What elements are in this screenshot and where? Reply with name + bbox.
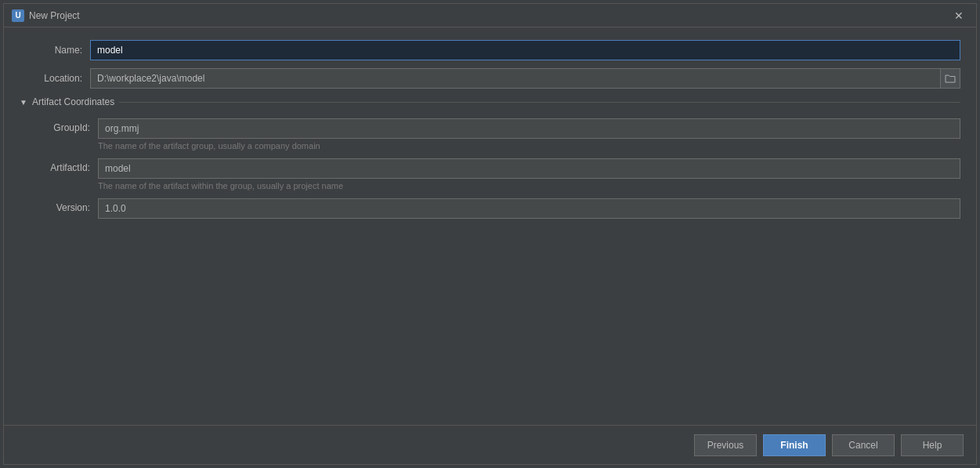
name-label: Name:: [20, 45, 90, 56]
dialog-overlay: U New Project ✕ Name: Location:: [0, 0, 980, 468]
help-button[interactable]: Help: [901, 434, 964, 456]
name-input-wrapper: [90, 40, 960, 60]
dialog-footer: Previous Finish Cancel Help: [4, 425, 976, 464]
close-button[interactable]: ✕: [949, 9, 968, 23]
artifact-id-input-wrapper: The name of the artifact within the grou…: [98, 158, 960, 197]
folder-icon: [945, 74, 956, 83]
new-project-dialog: U New Project ✕ Name: Location:: [3, 3, 977, 465]
artifact-id-input[interactable]: [98, 158, 960, 179]
section-title: Artifact Coordinates: [32, 96, 114, 107]
name-input[interactable]: [90, 40, 960, 60]
name-row: Name:: [20, 40, 960, 60]
section-separator: [119, 102, 960, 103]
version-row: Version:: [27, 198, 960, 219]
group-id-row: GroupId: The name of the artifact group,…: [27, 118, 960, 157]
artifact-id-hint: The name of the artifact within the grou…: [98, 181, 960, 190]
group-id-label: GroupId:: [27, 118, 98, 133]
artifact-id-row: ArtifactId: The name of the artifact wit…: [27, 158, 960, 197]
cancel-button[interactable]: Cancel: [832, 434, 895, 456]
finish-button[interactable]: Finish: [763, 434, 826, 456]
artifact-coordinates-header: ▼ Artifact Coordinates: [20, 96, 960, 107]
browse-button[interactable]: [941, 68, 960, 89]
artifact-section: GroupId: The name of the artifact group,…: [20, 118, 960, 219]
dialog-title: New Project: [29, 10, 80, 21]
titlebar-left: U New Project: [12, 9, 80, 22]
group-id-hint: The name of the artifact group, usually …: [98, 141, 960, 151]
version-label: Version:: [27, 198, 98, 213]
version-input-wrapper: [98, 198, 960, 219]
app-icon: U: [12, 9, 24, 22]
version-input[interactable]: [98, 198, 960, 219]
previous-button[interactable]: Previous: [694, 434, 757, 456]
group-id-input[interactable]: [98, 118, 960, 139]
location-label: Location:: [20, 73, 90, 84]
dialog-titlebar: U New Project ✕: [4, 4, 976, 27]
location-row: Location:: [20, 68, 960, 89]
location-input[interactable]: [90, 68, 941, 89]
dialog-content: Name: Location: ▼: [4, 27, 976, 425]
artifact-id-label: ArtifactId:: [27, 158, 98, 173]
section-toggle[interactable]: ▼: [20, 98, 27, 107]
group-id-input-wrapper: The name of the artifact group, usually …: [98, 118, 960, 157]
location-input-wrapper: [90, 68, 960, 89]
